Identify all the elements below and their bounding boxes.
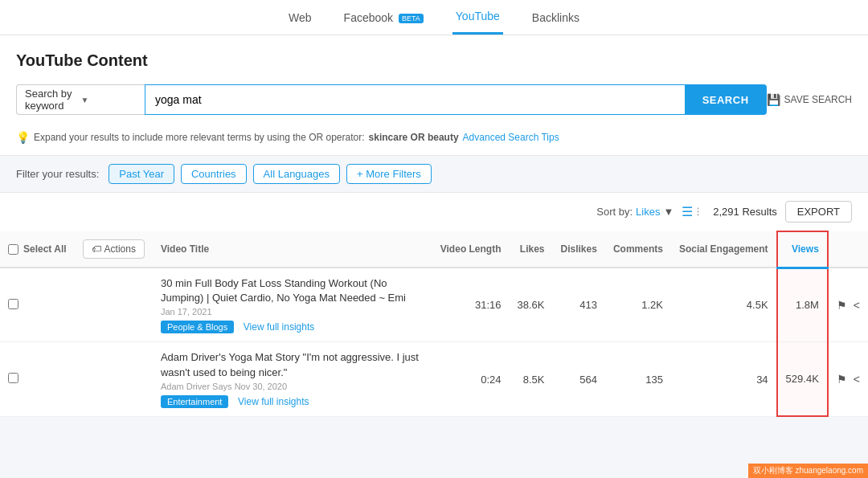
table-row: Adam Driver's Yoga Mat Story "I'm not ag… [0,342,868,416]
filter-row: Filter your results: Past Year Countries… [0,155,868,193]
row1-dislikes: 413 [553,268,605,342]
beta-badge: BETA [399,14,424,23]
row1-checkbox-cell [0,268,75,342]
row2-video-length: 0:24 [432,342,510,416]
row1-bookmark-icon[interactable]: ⚑ [837,299,847,312]
sort-by-label: Sort by: [596,206,633,218]
row2-checkbox[interactable] [8,373,18,383]
row1-comments: 1.2K [605,268,671,342]
list-view-icon[interactable]: ☰ [682,204,693,219]
hint-row: 💡 Expand your results to include more re… [16,126,852,155]
chevron-down-icon: ▼ [663,206,674,218]
advanced-search-tips-link[interactable]: Advanced Search Tips [463,132,559,143]
row1-video-length: 31:16 [432,268,510,342]
page-body: YouTube Content Search by keyword ▼ SEAR… [0,35,868,155]
row1-likes: 38.6K [510,268,553,342]
row2-action-icons: ⚑ < [828,342,868,416]
col-actions-icons [828,231,868,268]
select-all-label: Select All [23,243,67,255]
row1-views: 1.8M [777,268,828,342]
row2-video-date: Nov 30, 2020 [235,382,287,391]
row2-dislikes: 564 [553,342,605,416]
hint-example: skincare OR beauty [369,132,459,143]
search-type-dropdown[interactable]: Search by keyword ▼ [16,84,145,115]
col-dislikes: Dislikes [553,231,605,268]
row2-video-meta: Adam Driver Says Nov 30, 2020 [161,382,424,391]
select-all-checkbox-col: Select All [0,231,75,268]
row2-likes: 8.5K [510,342,553,416]
actions-col: 🏷 Actions [75,231,153,268]
sort-by-dropdown[interactable]: Sort by: Likes ▼ [596,206,674,218]
row2-views: 529.4K [777,342,828,416]
row2-tag[interactable]: Entertainment [161,395,228,408]
nav-web[interactable]: Web [285,2,315,34]
row2-social-engagement: 34 [671,342,777,416]
col-social-engagement: Social Engagement [671,231,777,268]
save-search-button[interactable]: 💾 SAVE SEARCH [767,93,852,106]
row1-title-cell: 30 min Full Body Fat Loss Standing Worko… [153,268,432,342]
row2-view-insights-link[interactable]: View full insights [238,396,309,407]
search-button[interactable]: SEARCH [685,84,767,115]
top-navigation: Web Facebook BETA YouTube Backlinks [0,0,868,35]
export-button[interactable]: EXPORT [785,201,852,223]
col-likes: Likes [510,231,553,268]
row2-comments: 135 [605,342,671,416]
col-comments: Comments [605,231,671,268]
row2-checkbox-cell [0,342,75,416]
filter-countries[interactable]: Countries [181,164,247,184]
lightbulb-icon: 💡 [16,131,30,144]
search-input[interactable] [145,84,685,115]
filter-label: Filter your results: [16,168,99,180]
col-video-length: Video Length [432,231,510,268]
row1-video-date: Jan 17, 2021 [161,307,424,317]
row1-video-title[interactable]: 30 min Full Body Fat Loss Standing Worko… [161,276,424,305]
filter-past-year[interactable]: Past Year [108,164,174,184]
row1-action-icons: ⚑ < [828,268,868,342]
row1-checkbox[interactable] [8,299,18,309]
row2-video-title[interactable]: Adam Driver's Yoga Mat Story "I'm not ag… [161,350,424,379]
row1-view-insights-link[interactable]: View full insights [244,321,315,333]
nav-facebook[interactable]: Facebook BETA [341,2,427,34]
nav-backlinks[interactable]: Backlinks [529,2,583,34]
row2-title-cell: Adam Driver's Yoga Mat Story "I'm not ag… [153,342,432,416]
more-filters-button[interactable]: + More Filters [346,164,432,184]
row2-spacer [75,342,153,416]
tag-icon: 🏷 [92,243,101,255]
save-search-label: SAVE SEARCH [784,94,852,105]
results-bar: Sort by: Likes ▼ ☰ ⁝ 2,291 Results EXPOR… [0,193,868,231]
col-video-title: Video Title [153,231,432,268]
row1-share-icon[interactable]: < [854,299,860,312]
row1-tag[interactable]: People & Blogs [161,321,234,333]
row2-share-icon[interactable]: < [854,373,860,386]
page-title: YouTube Content [16,51,852,70]
table-row: 30 min Full Body Fat Loss Standing Worko… [0,268,868,342]
actions-button[interactable]: 🏷 Actions [83,239,145,259]
search-type-label: Search by keyword [25,88,81,112]
view-toggle: ☰ ⁝ [682,204,700,219]
chevron-down-icon: ▼ [81,96,137,104]
row1-social-engagement: 4.5K [671,268,777,342]
select-all-checkbox[interactable] [8,244,18,255]
col-views: Views [777,231,828,268]
filter-all-languages[interactable]: All Languages [253,164,340,184]
hint-text: Expand your results to include more rele… [34,132,365,143]
nav-youtube[interactable]: YouTube [452,0,503,35]
grid-view-icon[interactable]: ⁝ [696,204,700,219]
search-bar: Search by keyword ▼ SEARCH 💾 SAVE SEARCH [16,84,852,115]
results-table: Select All 🏷 Actions Video Title Video L… [0,231,868,417]
results-count: 2,291 Results [713,206,777,218]
sort-value: Likes [636,206,660,218]
row2-bookmark-icon[interactable]: ⚑ [837,373,847,386]
row1-spacer [75,268,153,342]
save-icon: 💾 [767,93,780,106]
